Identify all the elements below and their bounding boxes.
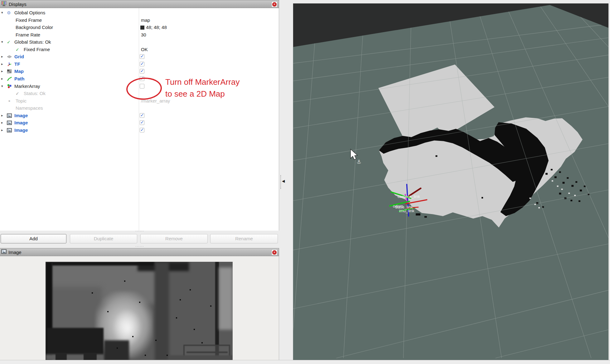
focal-point-icon: ⚓ xyxy=(356,159,361,165)
tf-label-imu-link: imu_link xyxy=(399,208,414,213)
check-gray-icon: ✓ xyxy=(16,91,19,96)
tree-row-value[interactable]: 30 xyxy=(141,32,146,37)
image-3-enabled-checkbox[interactable]: ✓ xyxy=(140,128,144,132)
expander-down-icon[interactable]: ▾ xyxy=(1,40,3,44)
tree-row-background-color[interactable]: Background Color48; 48; 48 xyxy=(0,24,278,31)
image-icon xyxy=(7,128,12,134)
tree-row-label: Image xyxy=(14,127,28,133)
rename-button: Rename xyxy=(210,234,278,243)
grid-icon xyxy=(7,54,12,60)
check-icon: ✓ xyxy=(7,40,11,45)
panel-splitter[interactable]: ◀ xyxy=(280,175,287,189)
tree-row-label: Namespaces xyxy=(16,105,43,111)
image-panel-title: Image xyxy=(8,250,22,255)
expander-right-icon[interactable]: ▸ xyxy=(1,113,3,117)
tree-row-grid[interactable]: ▸Grid✓ xyxy=(0,53,278,60)
checkbox-check-icon: ✓ xyxy=(140,68,144,73)
depth-noise xyxy=(46,262,47,263)
path-icon xyxy=(7,76,12,82)
displays-close-button[interactable]: ✕ xyxy=(271,1,278,7)
splitter-handle-dots xyxy=(280,175,281,189)
tree-row-image-1[interactable]: ▸Image✓ xyxy=(0,112,278,119)
image-1-enabled-checkbox[interactable]: ✓ xyxy=(140,113,144,118)
tree-row-image-2[interactable]: ▸Image✓ xyxy=(0,119,278,127)
tree-row-label: Grid xyxy=(14,54,24,59)
splitter-collapse-icon: ◀ xyxy=(282,179,285,183)
tree-row-map[interactable]: ▸Map✓ xyxy=(0,68,278,75)
expander-right-icon[interactable]: ▸ xyxy=(1,62,3,66)
tree-row-tf[interactable]: ▸TF✓ xyxy=(0,61,278,68)
tree-row-value[interactable]: OK xyxy=(141,47,148,52)
remove-button: Remove xyxy=(140,234,208,243)
tree-row-label: MarkerArray xyxy=(14,84,40,89)
tf-enabled-checkbox[interactable]: ✓ xyxy=(140,62,144,66)
add-button[interactable]: Add xyxy=(1,234,66,243)
annotation-line-1: Turn off MarkerArray xyxy=(165,76,240,88)
tree-row-value[interactable]: map xyxy=(141,17,150,23)
image-icon xyxy=(7,120,12,126)
tree-row-label: Global Status: Ok xyxy=(14,39,51,45)
expander-right-icon[interactable]: ▸ xyxy=(1,121,3,125)
tree-row-fixed-frame[interactable]: Fixed Framemap xyxy=(0,17,278,24)
image-panel-icon xyxy=(1,249,7,255)
tree-row-image-3[interactable]: ▸Image✓ xyxy=(0,127,278,134)
tree-row-label: TF xyxy=(14,61,20,67)
annotation-text: Turn off MarkerArray to see a 2D Map xyxy=(165,76,240,100)
tree-row-label: Path xyxy=(14,76,25,81)
expander-right-icon[interactable]: ▸ xyxy=(1,128,3,132)
tf-label-camera-link: camera_link xyxy=(398,194,420,199)
expander-right-icon[interactable]: ▸ xyxy=(1,55,3,59)
displays-panel-title: Displays xyxy=(9,2,27,7)
tree-row-value[interactable]: 48; 48; 48 xyxy=(146,25,167,30)
displays-panel-header[interactable]: Displays ✕ xyxy=(0,0,279,8)
tree-row-fixed-frame-status[interactable]: ✓Fixed FrameOK xyxy=(0,46,278,53)
splitter-dots[interactable]: ······ xyxy=(130,229,149,233)
marker-icon xyxy=(7,84,12,90)
tf-icon xyxy=(7,62,12,68)
tree-row-label: Image xyxy=(14,113,28,118)
tree-row-label: Map xyxy=(14,69,24,74)
checkbox-check-icon: ✓ xyxy=(140,61,144,66)
expander-right-icon[interactable]: ▸ xyxy=(9,99,11,103)
window-bottom-strip xyxy=(0,360,610,364)
tree-row-global-options[interactable]: ▾⚙Global Options xyxy=(0,9,278,17)
tree-row-label: Fixed Frame xyxy=(24,47,50,52)
tree-row-marker-namespaces[interactable]: Namespaces xyxy=(0,105,278,112)
checkbox-check-icon: ✓ xyxy=(140,54,144,59)
tree-row-label: Frame Rate xyxy=(16,32,40,37)
close-icon: ✕ xyxy=(272,2,277,7)
close-icon: ✕ xyxy=(272,250,277,255)
expander-down-icon[interactable]: ▾ xyxy=(1,84,3,88)
displays-tree: ▾⚙Global OptionsFixed FramemapBackground… xyxy=(0,8,279,231)
tree-row-label: Fixed Frame xyxy=(16,17,42,23)
image-icon xyxy=(7,113,12,119)
tree-row-label: Topic xyxy=(16,98,27,103)
camera-depth-image xyxy=(46,262,233,361)
image-panel-header[interactable]: Image ✕ xyxy=(0,248,279,256)
tree-row-label: Background Color xyxy=(16,25,53,30)
duplicate-button: Duplicate xyxy=(70,234,137,243)
tree-row-frame-rate[interactable]: Frame Rate30 xyxy=(0,31,278,39)
expander-right-icon[interactable]: ▸ xyxy=(1,77,3,81)
image-close-button[interactable]: ✕ xyxy=(271,249,278,256)
rviz-window: Displays ✕ ▾⚙Global OptionsFixed Framema… xyxy=(0,0,610,364)
expander-right-icon[interactable]: ▸ xyxy=(1,69,3,73)
tree-row-label: Image xyxy=(14,120,28,125)
annotation-line-2: to see a 2D Map xyxy=(165,88,240,100)
map-enabled-checkbox[interactable]: ✓ xyxy=(140,69,144,74)
color-swatch xyxy=(140,26,144,30)
tree-row-label: Status: Ok xyxy=(24,91,46,96)
grid-enabled-checkbox[interactable]: ✓ xyxy=(140,54,144,59)
tree-row-label: Global Options xyxy=(14,10,45,15)
expander-down-icon[interactable]: ▾ xyxy=(1,11,3,15)
splitter-dots[interactable]: ······ xyxy=(130,244,149,248)
map-icon xyxy=(7,69,12,75)
checkbox-check-icon: ✓ xyxy=(140,113,144,117)
gear-icon: ⚙ xyxy=(7,10,11,15)
checkbox-check-icon: ✓ xyxy=(140,120,144,125)
check-icon: ✓ xyxy=(16,47,19,52)
image-2-enabled-checkbox[interactable]: ✓ xyxy=(140,120,144,125)
tree-row-global-status[interactable]: ▾✓Global Status: Ok xyxy=(0,39,278,46)
3d-viewport[interactable]: camera_link odom base_link imu_link ⚓ xyxy=(292,3,610,360)
checkbox-check-icon: ✓ xyxy=(140,127,144,132)
